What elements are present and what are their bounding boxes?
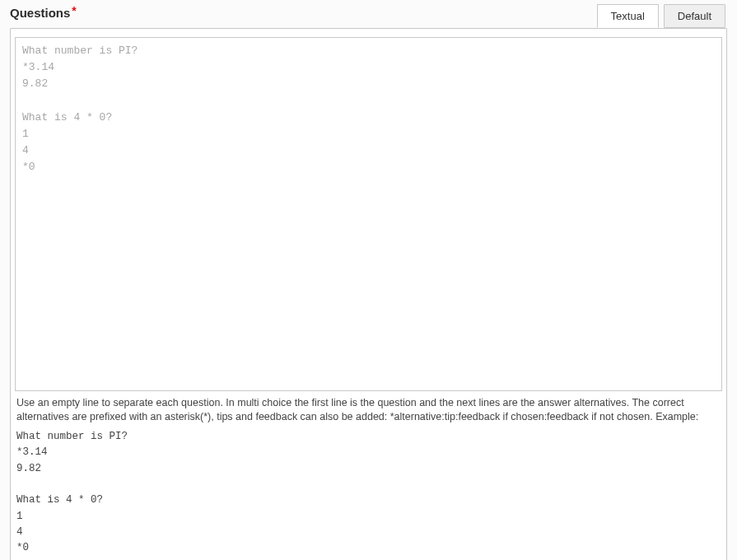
questions-textarea[interactable] (15, 37, 722, 391)
tab-default[interactable]: Default (664, 4, 725, 28)
help-intro-text: Use an empty line to separate each quest… (16, 396, 721, 424)
tab-textual[interactable]: Textual (597, 4, 659, 28)
section-header: Questions* Textual Default (5, 4, 732, 29)
questions-panel: Use an empty line to separate each quest… (10, 28, 727, 560)
view-tabs: Textual Default (597, 4, 725, 28)
section-title: Questions* (10, 6, 77, 20)
required-asterisk: * (72, 4, 76, 17)
help-example-text: What number is PI? *3.14 9.82 What is 4 … (16, 429, 721, 557)
help-block: Use an empty line to separate each quest… (15, 391, 722, 557)
section-title-text: Questions (10, 6, 70, 20)
questions-section: Questions* Textual Default Use an empty … (0, 0, 737, 560)
